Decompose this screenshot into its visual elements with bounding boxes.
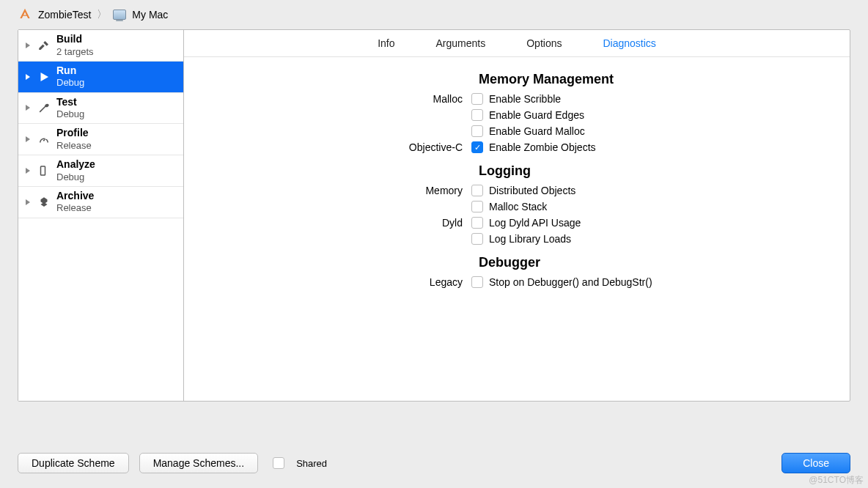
checkbox-enable-guard-malloc[interactable] (471, 125, 483, 137)
label-malloc: Malloc (213, 93, 471, 105)
sidebar-item-build[interactable]: Build2 targets (18, 30, 183, 62)
breadcrumb-project[interactable]: ZombieTest (38, 9, 91, 21)
disclosure-icon (26, 42, 30, 48)
sidebar-item-profile[interactable]: ProfileRelease (18, 124, 183, 155)
section-memory-management: Memory Management (479, 72, 820, 87)
checkbox-label: Distributed Objects (489, 185, 575, 196)
tab-options[interactable]: Options (526, 37, 562, 49)
shared-label: Shared (296, 458, 327, 469)
checkbox-label: Stop on Debugger() and DebugStr() (489, 276, 652, 288)
disclosure-icon (26, 168, 30, 174)
archive-icon (36, 196, 52, 209)
gauge-icon (36, 133, 52, 146)
checkbox-shared[interactable] (273, 457, 284, 469)
checkbox-label: Log Library Loads (489, 233, 571, 245)
label-objective-c: Objective-C (213, 141, 471, 153)
label-legacy: Legacy (213, 276, 471, 288)
sidebar-item-test[interactable]: TestDebug (18, 93, 183, 125)
svg-rect-0 (41, 166, 45, 175)
tab-diagnostics[interactable]: Diagnostics (603, 37, 655, 49)
breadcrumb-destination[interactable]: My Mac (132, 9, 168, 21)
checkbox-enable-scribble[interactable] (471, 93, 483, 105)
duplicate-scheme-button[interactable]: Duplicate Scheme (18, 453, 129, 473)
sidebar-item-sub: Release (56, 140, 92, 152)
tab-bar: Info Arguments Options Diagnostics (184, 30, 850, 57)
watermark: @51CTO博客 (809, 474, 864, 487)
label-memory: Memory (213, 185, 471, 196)
checkbox-label: Enable Zombie Objects (489, 141, 596, 153)
sidebar-item-archive[interactable]: ArchiveRelease (18, 187, 183, 218)
sidebar-item-title: Archive (56, 190, 94, 203)
sidebar-item-title: Analyze (56, 158, 95, 171)
sidebar-item-title: Test (56, 96, 84, 109)
checkbox-label: Enable Guard Malloc (489, 125, 585, 137)
tab-arguments[interactable]: Arguments (436, 37, 486, 49)
checkbox-enable-zombie-objects[interactable]: ✓ (471, 141, 483, 153)
disclosure-icon (26, 199, 30, 205)
sidebar-item-sub: Release (56, 202, 94, 214)
sidebar-item-sub: Debug (56, 77, 84, 89)
section-debugger: Debugger (479, 255, 820, 270)
sidebar-item-title: Run (56, 64, 84, 78)
chevron-right-icon: 〉 (97, 8, 107, 21)
sidebar-item-sub: 2 targets (56, 46, 94, 58)
checkbox-distributed-objects[interactable] (471, 185, 483, 196)
checkbox-log-dyld-api-usage[interactable] (471, 217, 483, 229)
disclosure-icon (26, 136, 30, 142)
sidebar-item-title: Build (56, 33, 94, 46)
breadcrumb: ZombieTest 〉 My Mac (0, 0, 868, 29)
disclosure-icon (26, 105, 30, 111)
tab-info[interactable]: Info (378, 37, 394, 49)
sidebar-item-run[interactable]: RunDebug (18, 62, 183, 93)
content-panel: Info Arguments Options Diagnostics Memor… (184, 30, 850, 401)
disclosure-icon (26, 74, 30, 80)
checkbox-label: Malloc Stack (489, 201, 547, 212)
hammer-icon (36, 39, 52, 52)
mac-icon (113, 10, 126, 20)
diagnostics-body: Memory Management Malloc Enable Scribble… (184, 57, 850, 401)
close-button[interactable]: Close (781, 453, 850, 473)
manage-schemes-button[interactable]: Manage Schemes... (139, 453, 259, 473)
checkbox-label: Log Dyld API Usage (489, 217, 581, 229)
sidebar-item-sub: Debug (56, 108, 84, 120)
checkbox-label: Enable Guard Edges (489, 109, 584, 121)
scheme-sidebar: Build2 targets RunDebug TestDebug Profil… (18, 30, 184, 401)
scheme-editor: Build2 targets RunDebug TestDebug Profil… (18, 29, 850, 402)
checkbox-malloc-stack[interactable] (471, 201, 483, 212)
sidebar-item-title: Profile (56, 127, 92, 140)
wrench-icon (36, 101, 52, 114)
section-logging: Logging (479, 163, 820, 179)
checkbox-label: Enable Scribble (489, 93, 561, 105)
footer-bar: Duplicate Scheme Manage Schemes... Share… (18, 453, 850, 473)
xcode-project-icon (18, 7, 32, 22)
checkbox-enable-guard-edges[interactable] (471, 109, 483, 121)
sidebar-item-analyze[interactable]: AnalyzeDebug (18, 155, 183, 187)
analyze-icon (36, 164, 52, 177)
label-dyld: Dyld (213, 217, 471, 229)
checkbox-log-library-loads[interactable] (471, 233, 483, 245)
sidebar-item-sub: Debug (56, 171, 95, 183)
play-icon (36, 70, 52, 84)
checkbox-stop-on-debugger[interactable] (471, 276, 483, 288)
